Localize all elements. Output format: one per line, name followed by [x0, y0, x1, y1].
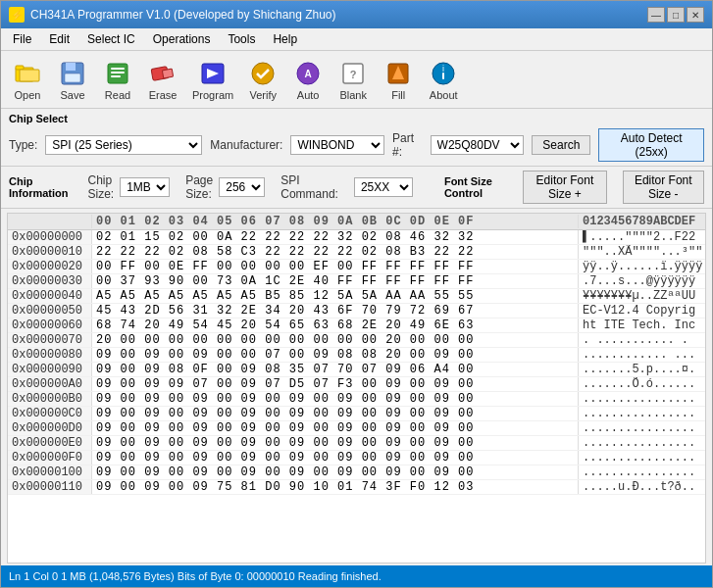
menu-file[interactable]: File — [5, 30, 39, 48]
program-icon — [197, 58, 229, 89]
type-label: Type: — [9, 138, 37, 152]
auto-icon: A — [292, 58, 324, 89]
fill-icon — [382, 58, 414, 89]
hex-row: 0x0000007020 00 00 00 00 00 00 00 00 00 … — [8, 333, 705, 348]
hex-row: 0x000000D009 00 09 00 09 00 09 00 09 00 … — [8, 421, 705, 436]
auto-button[interactable]: A Auto — [287, 55, 329, 104]
hex-bytes: 09 00 09 08 0F 00 09 08 35 07 70 07 09 0… — [92, 363, 578, 376]
chip-size-group: Chip Size: 1MB2MB4MB — [88, 173, 171, 201]
svg-rect-2 — [20, 70, 39, 81]
hex-bytes: 09 00 09 00 09 00 09 00 09 00 09 00 09 0… — [92, 421, 578, 435]
hex-addr: 0x00000070 — [8, 333, 92, 347]
hex-addr: 0x00000020 — [8, 260, 92, 273]
svg-point-14 — [252, 63, 274, 84]
hex-ascii: ht ITE Tech. Inc — [578, 318, 705, 332]
chip-select-area: Chip Select Type: SPI (25 Series) SPI (2… — [1, 109, 712, 167]
toolbar: Open Save Read — [1, 51, 712, 109]
hex-bytes: 09 00 09 00 09 75 81 D0 90 10 01 74 3F F… — [92, 480, 578, 494]
menu-select-ic[interactable]: Select IC — [79, 30, 143, 48]
hex-bytes: 09 00 09 09 07 00 09 07 D5 07 F3 00 09 0… — [92, 377, 578, 391]
spi-cmd-group: SPI Command: 25XX26XX — [280, 173, 413, 201]
read-label: Read — [105, 89, 130, 101]
search-button[interactable]: Search — [532, 135, 590, 155]
about-button[interactable]: i About — [423, 55, 464, 104]
spi-cmd-select[interactable]: 25XX26XX — [354, 177, 413, 197]
svg-rect-8 — [111, 72, 125, 74]
hex-addr: 0x00000100 — [8, 466, 92, 479]
page-size-select[interactable]: 256512 — [219, 177, 265, 197]
part-select[interactable]: W25Q80DV — [431, 135, 525, 155]
read-button[interactable]: Read — [97, 55, 138, 104]
title-bar: ⚡ CH341A Programmer V1.0 (Developed by S… — [1, 1, 712, 28]
hex-bytes: 02 01 15 02 00 0A 22 22 22 22 32 02 08 4… — [92, 230, 578, 244]
save-button[interactable]: Save — [52, 55, 93, 104]
menu-help[interactable]: Help — [265, 30, 305, 48]
hex-ascii: .7...s...@ÿÿÿÿÿÿ — [578, 274, 705, 288]
program-button[interactable]: Program — [187, 55, 238, 104]
about-label: About — [430, 89, 458, 101]
hex-ascii: .......Õ.ó...... — [578, 377, 705, 391]
svg-rect-1 — [16, 66, 24, 70]
menu-bar: File Edit Select IC Operations Tools Hel… — [1, 28, 712, 51]
hex-bytes: 09 00 09 00 09 00 09 00 09 00 09 00 09 0… — [92, 466, 578, 479]
hex-ascii: ¥¥¥¥¥¥¥µ..ZZªªUU — [578, 289, 705, 303]
hex-bytes: 45 43 2D 56 31 32 2E 34 20 43 6F 70 79 7… — [92, 304, 578, 318]
hex-bytes: 00 37 93 90 00 73 0A 1C 2E 40 FF FF FF F… — [92, 274, 578, 288]
font-increase-button[interactable]: Editor Font Size + — [523, 171, 606, 204]
hex-addr: 0x00000080 — [8, 348, 92, 362]
erase-button[interactable]: Erase — [142, 55, 183, 104]
hex-bytes: 22 22 22 02 08 58 C3 22 22 22 22 02 08 B… — [92, 245, 578, 259]
about-icon: i — [428, 58, 459, 89]
open-icon — [12, 58, 43, 89]
hex-row: 0x0000003000 37 93 90 00 73 0A 1C 2E 40 … — [8, 274, 705, 289]
verify-label: Verify — [249, 89, 277, 101]
svg-rect-4 — [66, 63, 76, 71]
maximize-button[interactable]: □ — [667, 7, 685, 23]
hex-bytes: 20 00 00 00 00 00 00 00 00 00 00 00 20 0… — [92, 333, 578, 347]
window-controls: — □ ✕ — [647, 7, 704, 23]
chip-size-label: Chip Size: — [88, 173, 115, 201]
menu-tools[interactable]: Tools — [220, 30, 263, 48]
hex-ascii: EC-V12.4 Copyrig — [578, 304, 705, 318]
svg-rect-5 — [65, 74, 80, 82]
svg-rect-7 — [111, 68, 125, 70]
hex-addr: 0x000000A0 — [8, 377, 92, 391]
status-bar: Ln 1 Col 0 1 MB (1,048,576 Bytes) Bits o… — [1, 565, 712, 587]
hex-bytes: 09 00 09 00 09 00 09 00 09 00 09 00 09 0… — [92, 392, 578, 406]
hex-addr: 0x00000090 — [8, 363, 92, 376]
menu-operations[interactable]: Operations — [145, 30, 219, 48]
svg-text:?: ? — [350, 69, 357, 80]
hex-addr: 0x000000C0 — [8, 407, 92, 420]
hex-addr: 0x00000060 — [8, 318, 92, 332]
verify-button[interactable]: Verify — [242, 55, 283, 104]
fill-label: Fill — [391, 89, 405, 101]
hex-row: 0x0000010009 00 09 00 09 00 09 00 09 00 … — [8, 466, 705, 480]
hex-ascii: .......5.p....¤. — [578, 363, 705, 376]
hex-addr: 0x000000F0 — [8, 451, 92, 465]
svg-rect-11 — [162, 69, 173, 78]
chip-size-select[interactable]: 1MB2MB4MB — [120, 177, 170, 197]
minimize-button[interactable]: — — [647, 7, 665, 23]
hex-row: 0x0000008009 00 09 00 09 00 00 07 00 09 … — [8, 348, 705, 363]
close-button[interactable]: ✕ — [687, 7, 704, 23]
fill-button[interactable]: Fill — [378, 55, 419, 104]
open-label: Open — [15, 89, 41, 101]
menu-edit[interactable]: Edit — [41, 30, 77, 48]
hex-body[interactable]: 0x0000000002 01 15 02 00 0A 22 22 22 22 … — [8, 230, 705, 563]
hex-row: 0x0000002000 FF 00 0E FF 00 00 00 00 EF … — [8, 260, 705, 274]
open-button[interactable]: Open — [7, 55, 48, 104]
hex-ascii: ................ — [578, 407, 705, 420]
hex-ascii: ................ — [578, 392, 705, 406]
hex-ascii: ................ — [578, 421, 705, 435]
auto-detect-button[interactable]: Auto Detect (25xx) — [598, 128, 704, 162]
addr-col-header — [8, 215, 92, 228]
manufacturer-select[interactable]: WINBOND MACRONIX SPANSION ATMEL — [290, 135, 384, 155]
hex-ascii: """..XÃ""""...³"" — [578, 245, 705, 259]
type-select[interactable]: SPI (25 Series) SPI (26 Series) I2C (24 … — [45, 135, 202, 155]
hex-ascii: ................ — [578, 436, 705, 450]
font-decrease-button[interactable]: Editor Font Size - — [623, 171, 704, 204]
hex-ascii: ▌.....""""2..F22 — [578, 230, 705, 244]
blank-button[interactable]: ? Blank — [332, 55, 374, 104]
hex-bytes: 00 FF 00 0E FF 00 00 00 00 EF 00 FF FF F… — [92, 260, 578, 273]
page-size-label: Page Size: — [185, 173, 213, 201]
